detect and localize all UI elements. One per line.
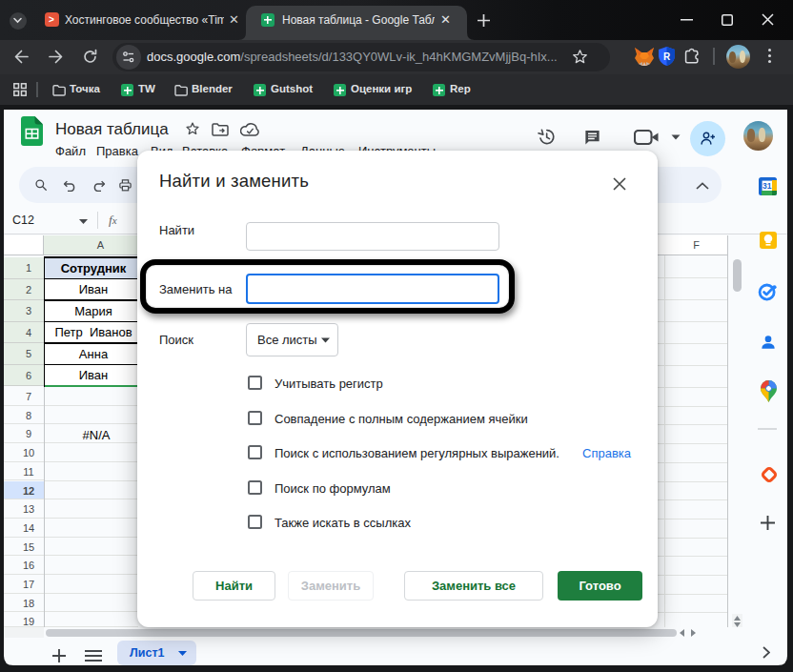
svg-text:31: 31	[762, 181, 772, 191]
svg-text:R: R	[663, 51, 671, 62]
